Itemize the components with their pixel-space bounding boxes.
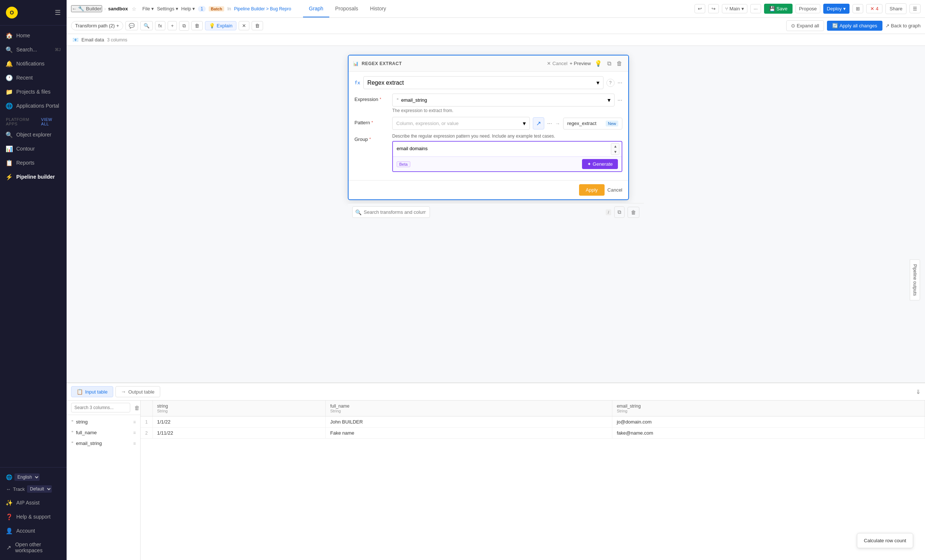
explain-button[interactable]: 💡 Explain	[205, 21, 237, 30]
column-item-full-name[interactable]: " full_name ≡	[66, 427, 140, 438]
sidebar-item-apps-portal[interactable]: 🌐 Applications Portal	[0, 99, 66, 113]
save-button[interactable]: 💾 Save	[764, 4, 793, 14]
deploy-arrow-icon: ▾	[843, 6, 846, 12]
deploy-button[interactable]: Deploy ▾	[823, 4, 850, 14]
folder-icon: 📁	[6, 89, 13, 95]
search-copy-button[interactable]: ⧉	[614, 206, 625, 218]
column-item-string[interactable]: " string ≡	[66, 417, 140, 427]
calculate-row-count-button[interactable]: Calculate row count	[857, 533, 913, 548]
save-label: Save	[777, 6, 788, 12]
fn-select-box[interactable]: Regex extract ▾	[363, 76, 604, 89]
delete-button[interactable]: 🗑	[191, 21, 203, 30]
ai-prompt-area: ▲ ▼ Beta ✦ Generate	[392, 141, 622, 172]
row-num-1: 1	[141, 417, 152, 428]
star-icon[interactable]: ☆	[132, 6, 137, 12]
email-data-label: Email data	[81, 37, 104, 42]
scroll-up-button[interactable]: ▲	[611, 143, 619, 149]
sidebar-item-contour[interactable]: 📊 Contour	[0, 142, 66, 156]
sidebar-item-home[interactable]: 🏠 Home	[0, 29, 66, 42]
clear-button[interactable]: ✕	[239, 21, 249, 30]
expand-all-button[interactable]: ⊙ Expand all	[786, 20, 824, 31]
sidebar-item-other-workspaces[interactable]: ↗ Open other workspaces	[0, 538, 66, 557]
delete-cols-button[interactable]: 🗑	[133, 403, 141, 412]
red-count-button[interactable]: ✕ 4	[866, 4, 883, 13]
tab-output-table[interactable]: → Output table	[116, 386, 160, 397]
breadcrumb-link[interactable]: Pipeline Builder > Bug Repro	[234, 6, 291, 12]
settings-menu[interactable]: Settings ▾	[157, 6, 178, 12]
more-actions-button[interactable]: ···	[750, 4, 761, 13]
help-menu[interactable]: Help ▾	[181, 6, 195, 12]
lightbulb-button[interactable]: 💡	[593, 59, 604, 68]
undo-button[interactable]: ↩	[695, 4, 705, 13]
transform-path-pill[interactable]: Transform path (2) +	[71, 21, 123, 30]
search-transforms-input[interactable]	[352, 206, 430, 218]
tab-history[interactable]: History	[364, 0, 392, 17]
plus-button[interactable]: +	[167, 21, 177, 30]
propose-button[interactable]: Propose	[795, 4, 820, 13]
search-delete-button[interactable]: 🗑	[628, 207, 639, 218]
pipeline-outputs-tab[interactable]: Pipeline outputs	[910, 259, 920, 300]
tab-input-table[interactable]: 📋 Input table	[71, 386, 113, 397]
main-area: ← 🔧 Builder › sandbox ☆ File ▾ Settings …	[66, 0, 925, 560]
grid-button[interactable]: ⊞	[853, 4, 863, 13]
apply-all-button[interactable]: 🔄 Apply all changes	[827, 21, 883, 31]
pattern-select-box[interactable]: Column, expression, or value ▾	[392, 117, 530, 130]
sidebar-item-object-explorer[interactable]: 🔍 Object explorer	[0, 128, 66, 142]
pattern-action-button[interactable]: ↗	[533, 117, 544, 129]
sidebar-item-recent[interactable]: 🕐 Recent	[0, 71, 66, 85]
sidebar-item-search[interactable]: 🔍 Search... ⌘J	[0, 42, 66, 57]
comment-button[interactable]: 💬	[125, 21, 138, 30]
share-button[interactable]: Share	[886, 3, 907, 14]
back-to-graph-button[interactable]: ↗ Back to graph	[886, 23, 920, 29]
fn-more-button[interactable]: ···	[618, 80, 622, 86]
sidebar-item-label: Pipeline builder	[16, 174, 55, 180]
formula-button[interactable]: fx	[155, 21, 166, 30]
branch-selector[interactable]: ⑂ Main ▾	[722, 4, 747, 13]
pattern-more-button[interactable]: ···	[547, 120, 552, 127]
sidebar-item-aip-assist[interactable]: ✨ AIP Assist	[0, 496, 66, 510]
redo-button[interactable]: ↪	[708, 4, 719, 13]
sidebar-menu-icon[interactable]: ☰	[55, 9, 61, 17]
collapse-button[interactable]: ⇓	[916, 388, 920, 395]
app-logo[interactable]: O	[6, 7, 18, 18]
sidebar-item-pipeline-builder[interactable]: ⚡ Pipeline builder	[0, 170, 66, 184]
tab-graph[interactable]: Graph	[303, 0, 329, 17]
cell-email-1: jo@domain.com	[612, 417, 925, 428]
copy-panel-button[interactable]: ⧉	[606, 60, 613, 68]
trash-button[interactable]: 🗑	[252, 21, 263, 30]
sidebar-item-projects[interactable]: 📁 Projects & files	[0, 85, 66, 99]
menu-button[interactable]: ☰	[910, 4, 920, 13]
sidebar-item-reports[interactable]: 📋 Reports	[0, 156, 66, 170]
scroll-down-button[interactable]: ▼	[611, 149, 619, 155]
help-button[interactable]: ?	[606, 79, 615, 87]
explain-label: Explain	[217, 23, 232, 29]
generate-button[interactable]: ✦ Generate	[582, 159, 618, 169]
delete-panel-button[interactable]: 🗑	[615, 60, 624, 68]
language-select[interactable]: English	[14, 473, 39, 481]
ai-prompt-input[interactable]	[393, 142, 611, 157]
back-button[interactable]: ← 🔧 Builder	[71, 5, 102, 12]
preview-button[interactable]: + Preview	[570, 61, 591, 66]
sidebar-item-help[interactable]: ❓ Help & support	[0, 510, 66, 524]
cell-email-2: fake@name.com	[612, 428, 925, 439]
column-search-input[interactable]	[71, 403, 130, 412]
track-select[interactable]: Default	[27, 485, 52, 493]
cancel-footer-button[interactable]: Cancel	[607, 187, 622, 193]
regex-cancel-button[interactable]: ✕ Cancel	[547, 61, 567, 66]
regex-panel-footer: Apply Cancel	[348, 180, 628, 199]
apply-button[interactable]: Apply	[579, 184, 604, 196]
table-tabs: 📋 Input table → Output table ⇓	[66, 383, 925, 400]
expression-select-box[interactable]: " email_string ▾	[392, 93, 615, 107]
view-all-link[interactable]: View all	[41, 117, 61, 126]
required-indicator: *	[369, 137, 371, 141]
required-indicator: *	[380, 97, 381, 101]
file-menu[interactable]: File ▾	[142, 6, 154, 12]
sidebar-item-notifications[interactable]: 🔔 Notifications	[0, 57, 66, 71]
search-toolbar-button[interactable]: 🔍	[140, 21, 153, 30]
sidebar-bottom: 🌐 English ↔ Track Default ✨ AIP Assist ❓…	[0, 467, 66, 560]
tab-proposals[interactable]: Proposals	[329, 0, 364, 17]
sidebar-item-account[interactable]: 👤 Account	[0, 524, 66, 538]
column-item-email-string[interactable]: " email_string ≡	[66, 438, 140, 449]
copy-button[interactable]: ⧉	[179, 21, 189, 31]
expression-more-button[interactable]: ···	[618, 97, 622, 104]
